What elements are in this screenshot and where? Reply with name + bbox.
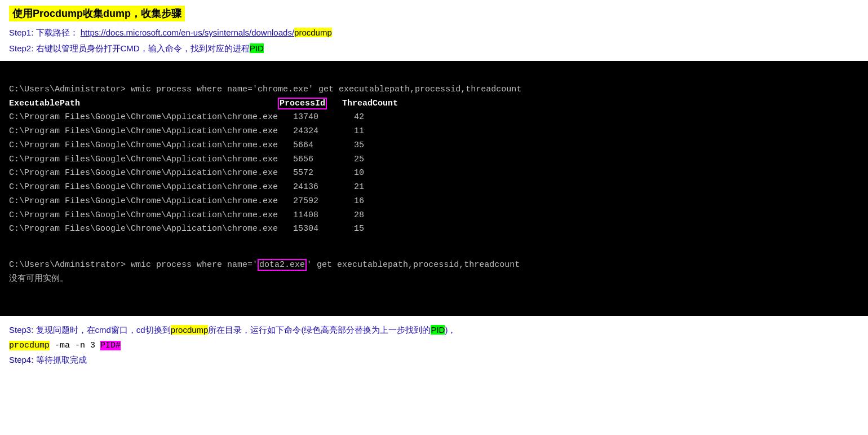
terminal1-row-3: C:\Program Files\Google\Chrome\Applicati… xyxy=(9,140,364,150)
processid-box: ProcessId xyxy=(278,98,327,109)
step3-procdump-highlight: procdump xyxy=(171,325,209,335)
top-section: 使用Procdump收集dump，收集步骤 Step1: 下载路径： https… xyxy=(0,0,868,61)
terminal1-row-6: C:\Program Files\Google\Chrome\Applicati… xyxy=(9,182,364,192)
page-title: 使用Procdump收集dump，收集步骤 xyxy=(9,6,185,21)
terminal-block-1: C:\Users\Administrator> wmic process whe… xyxy=(0,61,868,316)
terminal1-row-8: C:\Program Files\Google\Chrome\Applicati… xyxy=(9,210,364,220)
step3-line: Step3: 复现问题时，在cmd窗口，cd切换到procdump所在目录，运行… xyxy=(9,323,859,337)
step1-label: Step1: 下载路径： xyxy=(9,28,78,37)
terminal1-header: ExecutablePath ProcessId ThreadCount xyxy=(9,98,398,109)
terminal1-prompt: C:\Users\Administrator> wmic process whe… xyxy=(9,85,521,94)
step2-pid-highlight: PID xyxy=(250,43,264,53)
terminal1-row-4: C:\Program Files\Google\Chrome\Applicati… xyxy=(9,155,364,164)
cmd-line: procdump -ma -n 3 PID# xyxy=(9,341,859,350)
terminal1-row-9: C:\Program Files\Google\Chrome\Applicati… xyxy=(9,224,364,234)
procdump-link-highlight: procdump xyxy=(294,28,332,37)
step3-middle: 所在目录，运行如下命令(绿色高亮部分替换为上一步找到的 xyxy=(208,325,431,335)
step3-suffix: )， xyxy=(445,325,456,335)
step2-line: Step2: 右键以管理员身份打开CMD，输入命令，找到对应的进程PID xyxy=(9,42,859,55)
step1-link[interactable]: https://docs.microsoft.com/en-us/sysinte… xyxy=(81,28,294,37)
terminal2-prompt: C:\Users\Administrator> wmic process whe… xyxy=(9,259,520,271)
terminal2-result: 没有可用实例。 xyxy=(9,274,68,284)
terminal1-row-2: C:\Program Files\Google\Chrome\Applicati… xyxy=(9,126,364,136)
cmd-procdump-highlight: procdump xyxy=(9,341,50,350)
step3-prefix: Step3: 复现问题时，在cmd窗口，cd切换到 xyxy=(9,325,171,335)
step2-label: Step2: 右键以管理员身份打开CMD，输入命令，找到对应的进程 xyxy=(9,43,250,53)
bottom-section: Step3: 复现问题时，在cmd窗口，cd切换到procdump所在目录，运行… xyxy=(0,316,868,371)
terminal1-row-1: C:\Program Files\Google\Chrome\Applicati… xyxy=(9,112,364,122)
step1-line: Step1: 下载路径： https://docs.microsoft.com/… xyxy=(9,26,859,39)
cmd-rest: -ma -n 3 xyxy=(50,341,100,350)
step4-line: Step4: 等待抓取完成 xyxy=(9,355,859,366)
terminal1-row-5: C:\Program Files\Google\Chrome\Applicati… xyxy=(9,168,364,178)
dota2-exe-box: dota2.exe xyxy=(258,259,307,271)
cmd-pid-highlight: PID# xyxy=(100,341,121,350)
terminal1-row-7: C:\Program Files\Google\Chrome\Applicati… xyxy=(9,196,364,206)
step3-pid-highlight: PID xyxy=(431,325,445,335)
